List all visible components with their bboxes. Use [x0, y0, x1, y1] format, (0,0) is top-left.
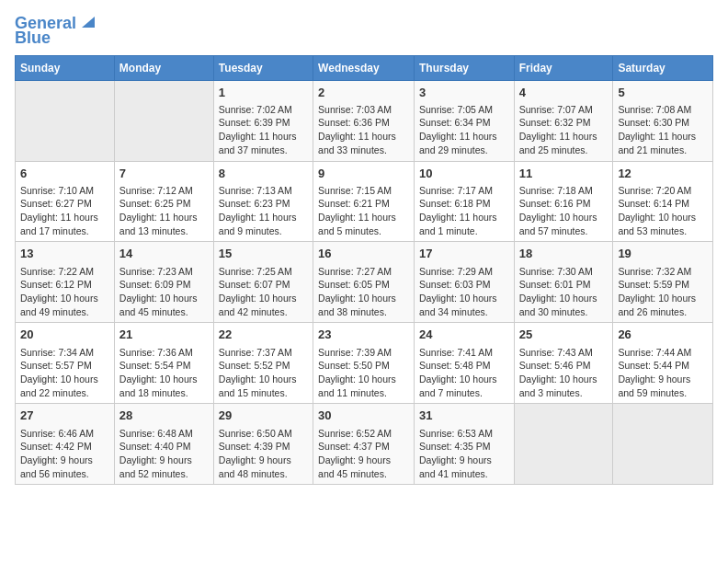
calendar-cell: 25Sunrise: 7:43 AMSunset: 5:46 PMDayligh…	[514, 323, 613, 404]
sunrise: Sunrise: 6:50 AM	[219, 428, 292, 439]
sunset: Sunset: 6:21 PM	[318, 198, 390, 209]
day-number: 22	[219, 327, 308, 343]
daylight: Daylight: 10 hours and 30 minutes.	[519, 293, 597, 317]
day-number: 12	[618, 166, 708, 182]
day-number: 10	[419, 166, 509, 182]
daylight: Daylight: 9 hours and 56 minutes.	[20, 454, 93, 479]
day-number: 4	[519, 85, 609, 101]
daylight: Daylight: 10 hours and 15 minutes.	[219, 373, 297, 398]
calendar-cell	[114, 80, 213, 161]
sunset: Sunset: 6:14 PM	[618, 198, 689, 209]
sunrise: Sunrise: 7:13 AM	[219, 185, 292, 196]
calendar-cell: 29Sunrise: 6:50 AMSunset: 4:39 PMDayligh…	[213, 404, 313, 485]
sunrise: Sunrise: 6:48 AM	[119, 428, 193, 439]
daylight: Daylight: 10 hours and 26 minutes.	[618, 293, 696, 317]
calendar-cell: 27Sunrise: 6:46 AMSunset: 4:42 PMDayligh…	[16, 404, 115, 485]
sunset: Sunset: 4:35 PM	[419, 441, 491, 452]
daylight: Daylight: 11 hours and 1 minute.	[419, 212, 497, 236]
sunset: Sunset: 4:40 PM	[119, 441, 191, 452]
calendar-cell: 8Sunrise: 7:13 AMSunset: 6:23 PMDaylight…	[213, 161, 313, 242]
day-number: 8	[219, 166, 308, 182]
daylight: Daylight: 10 hours and 34 minutes.	[419, 293, 497, 317]
calendar-cell: 20Sunrise: 7:34 AMSunset: 5:57 PMDayligh…	[16, 323, 115, 404]
page-header: General Blue	[15, 15, 713, 48]
sunset: Sunset: 6:03 PM	[419, 279, 491, 290]
sunrise: Sunrise: 7:36 AM	[119, 347, 193, 358]
daylight: Daylight: 9 hours and 45 minutes.	[318, 454, 391, 479]
day-header-row: SundayMondayTuesdayWednesdayThursdayFrid…	[16, 55, 713, 80]
sunrise: Sunrise: 7:27 AM	[318, 266, 392, 277]
daylight: Daylight: 10 hours and 42 minutes.	[219, 293, 297, 317]
sunrise: Sunrise: 6:53 AM	[419, 428, 493, 439]
daylight: Daylight: 10 hours and 38 minutes.	[318, 293, 396, 317]
calendar-cell: 3Sunrise: 7:05 AMSunset: 6:34 PMDaylight…	[414, 80, 514, 161]
daylight: Daylight: 9 hours and 59 minutes.	[618, 373, 690, 398]
sunrise: Sunrise: 7:39 AM	[318, 347, 392, 358]
daylight: Daylight: 10 hours and 53 minutes.	[618, 212, 696, 236]
calendar-cell: 24Sunrise: 7:41 AMSunset: 5:48 PMDayligh…	[414, 323, 514, 404]
calendar-cell: 14Sunrise: 7:23 AMSunset: 6:09 PMDayligh…	[114, 242, 213, 323]
daylight: Daylight: 11 hours and 21 minutes.	[618, 131, 696, 155]
calendar-cell	[16, 80, 115, 161]
sunset: Sunset: 5:54 PM	[119, 360, 191, 371]
week-row-3: 13Sunrise: 7:22 AMSunset: 6:12 PMDayligh…	[16, 242, 713, 323]
sunrise: Sunrise: 7:22 AM	[20, 266, 94, 277]
day-number: 20	[20, 327, 109, 343]
logo-blue-text: Blue	[15, 29, 51, 48]
sunset: Sunset: 6:39 PM	[219, 117, 290, 128]
daylight: Daylight: 10 hours and 22 minutes.	[20, 373, 98, 398]
sunset: Sunset: 6:30 PM	[618, 117, 689, 128]
calendar-cell: 6Sunrise: 7:10 AMSunset: 6:27 PMDaylight…	[16, 161, 115, 242]
logo: General Blue	[15, 15, 95, 48]
sunrise: Sunrise: 7:41 AM	[419, 347, 493, 358]
calendar-cell: 23Sunrise: 7:39 AMSunset: 5:50 PMDayligh…	[313, 323, 415, 404]
daylight: Daylight: 10 hours and 7 minutes.	[419, 373, 497, 398]
sunrise: Sunrise: 7:43 AM	[519, 347, 593, 358]
calendar-cell: 15Sunrise: 7:25 AMSunset: 6:07 PMDayligh…	[213, 242, 313, 323]
calendar-cell: 19Sunrise: 7:32 AMSunset: 5:59 PMDayligh…	[613, 242, 713, 323]
daylight: Daylight: 11 hours and 13 minutes.	[119, 212, 198, 236]
day-number: 9	[318, 166, 409, 182]
calendar-cell: 11Sunrise: 7:18 AMSunset: 6:16 PMDayligh…	[514, 161, 613, 242]
calendar-cell: 10Sunrise: 7:17 AMSunset: 6:18 PMDayligh…	[414, 161, 514, 242]
calendar-body: 1Sunrise: 7:02 AMSunset: 6:39 PMDaylight…	[16, 80, 713, 485]
sunrise: Sunrise: 7:37 AM	[219, 347, 292, 358]
calendar-cell: 7Sunrise: 7:12 AMSunset: 6:25 PMDaylight…	[114, 161, 213, 242]
sunrise: Sunrise: 7:25 AM	[219, 266, 292, 277]
sunrise: Sunrise: 7:44 AM	[618, 347, 691, 358]
day-number: 23	[318, 327, 409, 343]
day-number: 30	[318, 408, 409, 424]
daylight: Daylight: 11 hours and 33 minutes.	[318, 131, 396, 155]
calendar-cell	[514, 404, 613, 485]
daylight: Daylight: 11 hours and 25 minutes.	[519, 131, 597, 155]
sunset: Sunset: 6:32 PM	[519, 117, 591, 128]
sunrise: Sunrise: 7:15 AM	[318, 185, 392, 196]
sunrise: Sunrise: 7:10 AM	[20, 185, 94, 196]
sunset: Sunset: 6:34 PM	[419, 117, 491, 128]
sunset: Sunset: 6:07 PM	[219, 279, 290, 290]
sunrise: Sunrise: 7:17 AM	[419, 185, 493, 196]
sunrise: Sunrise: 7:30 AM	[519, 266, 593, 277]
calendar-cell: 17Sunrise: 7:29 AMSunset: 6:03 PMDayligh…	[414, 242, 514, 323]
sunrise: Sunrise: 7:34 AM	[20, 347, 94, 358]
daylight: Daylight: 11 hours and 9 minutes.	[219, 212, 297, 236]
day-number: 2	[318, 85, 409, 101]
daylight: Daylight: 9 hours and 52 minutes.	[119, 454, 192, 479]
day-number: 16	[318, 246, 409, 262]
day-of-week-monday: Monday	[114, 55, 213, 80]
day-number: 11	[519, 166, 609, 182]
daylight: Daylight: 10 hours and 18 minutes.	[119, 373, 198, 398]
week-row-1: 1Sunrise: 7:02 AMSunset: 6:39 PMDaylight…	[16, 80, 713, 161]
sunset: Sunset: 6:23 PM	[219, 198, 290, 209]
day-number: 25	[519, 327, 609, 343]
week-row-5: 27Sunrise: 6:46 AMSunset: 4:42 PMDayligh…	[16, 404, 713, 485]
calendar-cell: 31Sunrise: 6:53 AMSunset: 4:35 PMDayligh…	[414, 404, 514, 485]
sunset: Sunset: 6:09 PM	[119, 279, 191, 290]
sunrise: Sunrise: 7:18 AM	[519, 185, 593, 196]
day-of-week-thursday: Thursday	[414, 55, 514, 80]
svg-marker-0	[82, 17, 95, 28]
sunrise: Sunrise: 7:03 AM	[318, 104, 392, 115]
day-number: 19	[618, 246, 708, 262]
calendar-cell: 22Sunrise: 7:37 AMSunset: 5:52 PMDayligh…	[213, 323, 313, 404]
day-number: 5	[618, 85, 708, 101]
